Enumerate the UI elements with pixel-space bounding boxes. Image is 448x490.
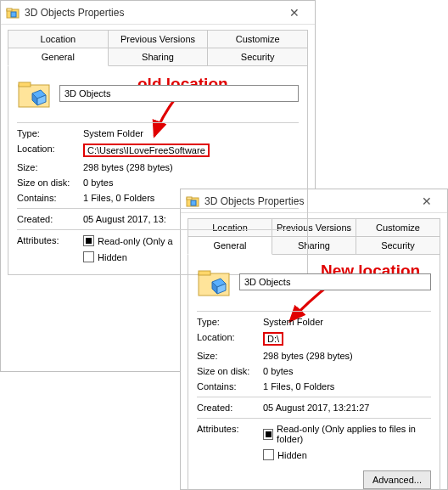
tab-body: 3D Objects Type:System Folder Location:D…: [188, 254, 440, 490]
tab-security[interactable]: Security: [208, 48, 308, 66]
size-on-disk-value: 0 bytes: [83, 177, 299, 188]
tabs-row-2: General Sharing Security: [8, 48, 308, 66]
tabs-row-2: General Sharing Security: [188, 236, 440, 255]
folder-name-field[interactable]: 3D Objects: [239, 273, 431, 290]
created-value: 05 August 2017, 13:21:27: [263, 403, 431, 413]
type-label: Type:: [17, 128, 83, 138]
type-value: System Folder: [83, 128, 299, 138]
hidden-checkbox[interactable]: [263, 449, 274, 460]
separator: [197, 397, 431, 397]
close-button[interactable]: ✕: [279, 6, 310, 20]
folder-3d-icon: [197, 265, 231, 299]
svg-rect-12: [199, 271, 210, 275]
size-label: Size:: [197, 351, 263, 361]
type-value: System Folder: [263, 317, 431, 327]
location-value: D:\: [263, 332, 283, 346]
contains-label: Contains:: [197, 381, 263, 391]
separator: [17, 122, 299, 123]
contains-label: Contains:: [17, 193, 83, 203]
tab-customize[interactable]: Customize: [356, 218, 440, 236]
attributes-label: Attributes:: [17, 235, 83, 245]
size-value: 298 bytes (298 bytes): [83, 162, 299, 172]
hidden-checkbox[interactable]: [83, 251, 94, 262]
tabs-row-1: Location Previous Versions Customize: [8, 30, 308, 48]
folder-3d-icon: [17, 76, 51, 110]
size-on-disk-label: Size on disk:: [197, 366, 263, 376]
attributes-label: Attributes:: [197, 424, 263, 434]
created-value: 05 August 2017, 13:: [83, 214, 299, 224]
location-label: Location:: [17, 144, 83, 154]
type-label: Type:: [197, 317, 263, 327]
contains-value: 1 Files, 0 Folders: [263, 381, 431, 391]
hidden-label: Hidden: [277, 450, 307, 460]
advanced-button[interactable]: Advanced...: [363, 470, 431, 489]
readonly-checkbox[interactable]: [263, 429, 273, 440]
hidden-label: Hidden: [98, 252, 127, 262]
location-value: C:\Users\ILoveFreeSoftware: [83, 144, 210, 157]
tab-security[interactable]: Security: [356, 236, 440, 255]
svg-rect-1: [7, 8, 12, 11]
location-label: Location:: [197, 332, 263, 342]
tab-general[interactable]: General: [8, 48, 109, 66]
readonly-label: Read-only (Only applies to files in fold…: [277, 424, 431, 444]
tab-sharing[interactable]: Sharing: [109, 48, 209, 66]
size-value: 298 bytes (298 bytes): [263, 351, 431, 361]
svg-rect-4: [19, 82, 31, 87]
readonly-label: Read-only (Only a: [98, 236, 173, 246]
created-label: Created:: [197, 403, 263, 413]
created-label: Created:: [17, 214, 83, 224]
svg-rect-2: [11, 12, 16, 17]
tab-previous-versions[interactable]: Previous Versions: [109, 30, 209, 48]
folder-name-field[interactable]: 3D Objects: [59, 85, 299, 102]
titlebar: 3D Objects Properties ✕: [1, 1, 315, 25]
folder-icon-small: [6, 6, 20, 20]
tab-customize[interactable]: Customize: [208, 30, 308, 48]
tab-general[interactable]: General: [188, 236, 272, 255]
tab-location[interactable]: Location: [8, 30, 109, 48]
size-on-disk-label: Size on disk:: [17, 177, 83, 188]
separator: [17, 229, 299, 230]
separator: [197, 311, 431, 312]
size-label: Size:: [17, 162, 83, 172]
separator: [17, 208, 299, 209]
readonly-checkbox[interactable]: [83, 235, 94, 246]
separator: [197, 418, 431, 419]
close-button[interactable]: ✕: [412, 194, 442, 208]
window-title: 3D Objects Properties: [25, 7, 279, 19]
contains-value: 1 Files, 0 Folders: [83, 193, 299, 203]
size-on-disk-value: 0 bytes: [263, 366, 431, 376]
